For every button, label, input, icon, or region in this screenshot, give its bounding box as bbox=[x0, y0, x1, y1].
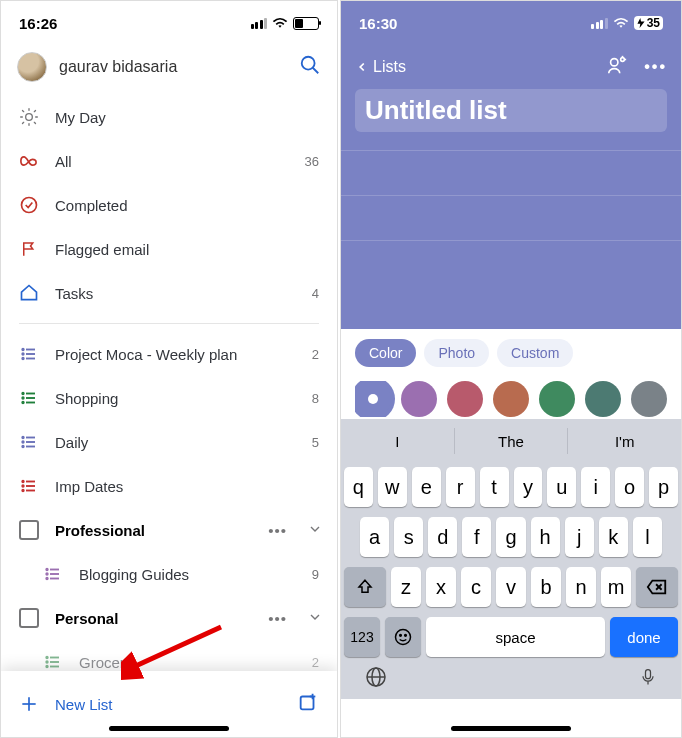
folder-professional[interactable]: Professional ••• bbox=[1, 508, 337, 552]
key-l[interactable]: l bbox=[633, 517, 662, 557]
list-header-area: 16:30 35 Lists ••• bbox=[341, 1, 681, 329]
svg-point-55 bbox=[621, 58, 625, 62]
key-o[interactable]: o bbox=[615, 467, 644, 507]
new-group-icon[interactable] bbox=[297, 691, 319, 717]
key-s[interactable]: s bbox=[394, 517, 423, 557]
profile-name: gaurav bidasaria bbox=[59, 58, 287, 76]
color-swatch[interactable] bbox=[539, 381, 575, 417]
color-swatch[interactable] bbox=[355, 381, 391, 417]
mic-icon[interactable] bbox=[638, 665, 658, 693]
list-item[interactable]: Imp Dates bbox=[1, 464, 337, 508]
key-u[interactable]: u bbox=[547, 467, 576, 507]
suggestion[interactable]: I bbox=[341, 433, 454, 450]
smart-list-flagged[interactable]: Flagged email bbox=[1, 227, 337, 271]
suggestion[interactable]: I'm bbox=[568, 433, 681, 450]
key-b[interactable]: b bbox=[531, 567, 561, 607]
smart-list-my-day[interactable]: My Day bbox=[1, 95, 337, 139]
share-icon[interactable] bbox=[606, 54, 628, 80]
key-f[interactable]: f bbox=[462, 517, 491, 557]
globe-icon[interactable] bbox=[364, 665, 388, 693]
shift-icon bbox=[356, 578, 374, 596]
suggestion[interactable]: The bbox=[455, 433, 568, 450]
key-backspace[interactable] bbox=[636, 567, 678, 607]
list-title-value: Untitled list bbox=[365, 95, 507, 125]
key-z[interactable]: z bbox=[391, 567, 421, 607]
folder-options-icon[interactable]: ••• bbox=[264, 522, 291, 539]
folder-options-icon[interactable]: ••• bbox=[264, 610, 291, 627]
svg-point-17 bbox=[22, 358, 24, 360]
smart-list-all[interactable]: All 36 bbox=[1, 139, 337, 183]
list-item[interactable]: Daily 5 bbox=[1, 420, 337, 464]
check-circle-icon bbox=[19, 195, 39, 215]
key-t[interactable]: t bbox=[480, 467, 509, 507]
key-j[interactable]: j bbox=[565, 517, 594, 557]
key-shift[interactable] bbox=[344, 567, 386, 607]
keyboard-suggestions: I The I'm bbox=[341, 419, 681, 463]
key-g[interactable]: g bbox=[496, 517, 525, 557]
key-k[interactable]: k bbox=[599, 517, 628, 557]
key-y[interactable]: y bbox=[514, 467, 543, 507]
color-swatch[interactable] bbox=[401, 381, 437, 417]
back-button[interactable]: Lists bbox=[355, 58, 406, 76]
color-swatch[interactable] bbox=[585, 381, 621, 417]
profile-row[interactable]: gaurav bidasaria bbox=[1, 45, 337, 89]
key-q[interactable]: q bbox=[344, 467, 373, 507]
key-r[interactable]: r bbox=[446, 467, 475, 507]
key-emoji[interactable] bbox=[385, 617, 421, 657]
list-item[interactable]: Blogging Guides 9 bbox=[1, 552, 337, 596]
list-label: Project Moca - Weekly plan bbox=[55, 346, 296, 363]
tab-photo[interactable]: Photo bbox=[424, 339, 489, 367]
search-icon[interactable] bbox=[299, 54, 321, 80]
home-indicator bbox=[451, 726, 571, 731]
svg-line-1 bbox=[313, 68, 319, 74]
bullet-list-icon bbox=[19, 389, 39, 407]
color-swatch[interactable] bbox=[493, 381, 529, 417]
list-label: My Day bbox=[55, 109, 303, 126]
list-count: 36 bbox=[305, 154, 319, 169]
key-v[interactable]: v bbox=[496, 567, 526, 607]
key-x[interactable]: x bbox=[426, 567, 456, 607]
svg-point-34 bbox=[22, 485, 24, 487]
new-list-button[interactable]: New List bbox=[19, 694, 281, 714]
svg-point-23 bbox=[22, 402, 24, 404]
list-title-input[interactable]: Untitled list bbox=[355, 89, 667, 132]
list-item[interactable]: Shopping 8 bbox=[1, 376, 337, 420]
smart-list-completed[interactable]: Completed bbox=[1, 183, 337, 227]
sun-icon bbox=[19, 107, 39, 127]
folder-personal[interactable]: Personal ••• bbox=[1, 596, 337, 640]
svg-point-22 bbox=[22, 397, 24, 399]
key-c[interactable]: c bbox=[461, 567, 491, 607]
key-i[interactable]: i bbox=[581, 467, 610, 507]
list-item[interactable]: Project Moca - Weekly plan 2 bbox=[1, 332, 337, 376]
key-done[interactable]: done bbox=[610, 617, 678, 657]
key-p[interactable]: p bbox=[649, 467, 678, 507]
theme-tabs: Color Photo Custom bbox=[355, 339, 667, 367]
key-space[interactable]: space bbox=[426, 617, 605, 657]
svg-point-41 bbox=[46, 578, 48, 580]
svg-line-7 bbox=[23, 111, 24, 112]
key-a[interactable]: a bbox=[360, 517, 389, 557]
chevron-down-icon[interactable] bbox=[307, 609, 323, 628]
tab-color[interactable]: Color bbox=[355, 339, 416, 367]
list-count: 8 bbox=[312, 391, 319, 406]
key-e[interactable]: e bbox=[412, 467, 441, 507]
key-n[interactable]: n bbox=[566, 567, 596, 607]
flag-icon bbox=[19, 239, 39, 259]
key-w[interactable]: w bbox=[378, 467, 407, 507]
key-h[interactable]: h bbox=[531, 517, 560, 557]
color-swatch[interactable] bbox=[631, 381, 667, 417]
svg-line-8 bbox=[34, 122, 35, 123]
svg-point-62 bbox=[405, 635, 407, 637]
list-count: 4 bbox=[312, 286, 319, 301]
color-swatch[interactable] bbox=[447, 381, 483, 417]
key-123[interactable]: 123 bbox=[344, 617, 380, 657]
status-icons: 35 bbox=[591, 16, 663, 30]
smart-list-tasks[interactable]: Tasks 4 bbox=[1, 271, 337, 315]
more-icon[interactable]: ••• bbox=[644, 58, 667, 76]
key-d[interactable]: d bbox=[428, 517, 457, 557]
key-m[interactable]: m bbox=[601, 567, 631, 607]
svg-point-27 bbox=[22, 437, 24, 439]
chevron-down-icon[interactable] bbox=[307, 521, 323, 540]
status-bar: 16:26 bbox=[1, 1, 337, 45]
tab-custom[interactable]: Custom bbox=[497, 339, 573, 367]
